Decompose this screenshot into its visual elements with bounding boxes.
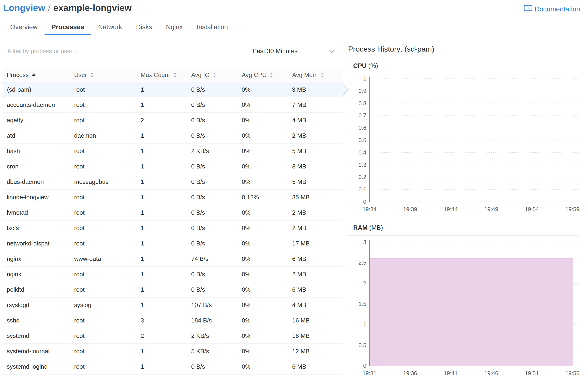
- svg-text:0.4: 0.4: [358, 149, 366, 156]
- cell-user: root: [70, 317, 137, 324]
- cell-avg_mem: 4 MB: [288, 301, 343, 309]
- column-label: Avg Mem: [292, 71, 318, 79]
- cell-user: root: [70, 148, 137, 155]
- table-row[interactable]: sshdroot3184 B/s0%16 MB: [3, 313, 343, 328]
- svg-text:19:36: 19:36: [403, 370, 417, 376]
- cell-avg_mem: 6 MB: [288, 363, 343, 370]
- table-row[interactable]: dbus-daemonmessagebus10 B/s0%5 MB: [3, 174, 343, 190]
- cell-process: lvmetad: [3, 209, 70, 216]
- table-row[interactable]: polkitdroot10 B/s0%6 MB: [3, 282, 343, 297]
- svg-text:0: 0: [363, 199, 366, 205]
- cell-process: systemd-journal: [3, 348, 70, 355]
- cell-user: root: [70, 240, 137, 247]
- svg-text:1.5: 1.5: [358, 301, 366, 307]
- table-row[interactable]: lxcfsroot10 B/s0%2 MB: [3, 220, 343, 236]
- selected-row-arrow: [337, 84, 348, 95]
- ram-chart-title-unit: (MB): [369, 224, 383, 231]
- column-header-process[interactable]: Process: [3, 68, 70, 82]
- cell-avg_cpu: 0%: [238, 163, 288, 170]
- cell-avg_mem: 35 MB: [288, 194, 343, 201]
- cell-avg_io: 0 B/s: [187, 224, 238, 232]
- table-row[interactable]: atddaemon10 B/s0%2 MB: [3, 128, 343, 144]
- cell-avg_cpu: 0.12%: [238, 194, 288, 201]
- cell-avg_io: 2 KB/s: [187, 332, 238, 339]
- cell-avg_cpu: 0%: [238, 101, 288, 108]
- cell-avg_mem: 3 MB: [288, 163, 343, 170]
- tab-overview[interactable]: Overview: [3, 20, 45, 35]
- tab-processes[interactable]: Processes: [45, 20, 91, 35]
- time-range-select[interactable]: Past 30 Minutes: [247, 44, 340, 58]
- table-row[interactable]: linode-longviewroot10 B/s0.12%35 MB: [3, 190, 343, 205]
- tab-network[interactable]: Network: [91, 20, 129, 35]
- cell-avg_mem: 2 MB: [288, 224, 343, 232]
- table-row[interactable]: accounts-daemonroot10 B/s0%7 MB: [3, 97, 343, 113]
- tab-bar: OverviewProcessesNetworkDisksNginxInstal…: [3, 20, 235, 35]
- cell-process: nginx: [3, 255, 70, 262]
- table-row[interactable]: bashroot12 KB/s0%5 MB: [3, 144, 343, 159]
- column-header-avg-cpu[interactable]: Avg CPU: [238, 68, 288, 82]
- table-row[interactable]: systemd-journalroot15 KB/s0%12 MB: [3, 344, 343, 359]
- svg-text:0.1: 0.1: [358, 186, 366, 192]
- cell-avg_cpu: 0%: [238, 271, 288, 278]
- documentation-link[interactable]: Documentation: [524, 5, 580, 14]
- svg-text:19:54: 19:54: [525, 206, 539, 212]
- svg-text:19:31: 19:31: [363, 370, 377, 376]
- svg-text:0.2: 0.2: [358, 174, 366, 180]
- cell-avg_cpu: 0%: [238, 117, 288, 124]
- cell-user: root: [70, 117, 137, 124]
- breadcrumb-longview-link[interactable]: Longview: [3, 3, 45, 13]
- svg-text:2: 2: [363, 280, 366, 286]
- column-header-max-count[interactable]: Max Count: [137, 68, 187, 82]
- cell-max_count: 1: [137, 301, 187, 309]
- cell-max_count: 1: [137, 224, 187, 232]
- column-header-user[interactable]: User: [70, 68, 137, 82]
- process-filter-input[interactable]: [3, 44, 141, 58]
- cell-user: root: [70, 101, 137, 108]
- cell-avg_io: 0 B/s: [187, 286, 238, 293]
- cell-process: linode-longview: [3, 194, 70, 201]
- ram-chart-title: RAM (MB): [353, 224, 579, 233]
- table-row[interactable]: systemd-logindroot10 B/s0%6 MB: [3, 359, 343, 375]
- sort-asc-icon: [32, 73, 36, 76]
- cell-process: lxcfs: [3, 224, 70, 232]
- breadcrumb-separator: /: [48, 3, 51, 13]
- cell-max_count: 3: [137, 317, 187, 324]
- cell-max_count: 1: [137, 255, 187, 262]
- table-row[interactable]: (sd-pam)root10 B/s0%3 MB: [3, 82, 343, 97]
- column-header-avg-io[interactable]: Avg IO: [187, 68, 238, 82]
- tab-installation[interactable]: Installation: [190, 20, 235, 35]
- cell-avg_io: 0 B/s: [187, 271, 238, 278]
- column-label: Process: [7, 71, 29, 79]
- cell-avg_cpu: 0%: [238, 317, 288, 324]
- process-history-panel: Process History: (sd-pam) CPU (%) 00.10.…: [348, 43, 579, 378]
- cell-avg_cpu: 0%: [238, 209, 288, 216]
- cell-avg_cpu: 0%: [238, 178, 288, 186]
- svg-text:19:49: 19:49: [484, 206, 498, 212]
- column-label: Max Count: [141, 71, 170, 79]
- cell-user: www-data: [70, 255, 137, 262]
- cell-avg_cpu: 0%: [238, 348, 288, 355]
- svg-text:0.6: 0.6: [358, 125, 366, 131]
- tab-nginx[interactable]: Nginx: [159, 20, 190, 35]
- table-row[interactable]: agettyroot20 B/s0%4 MB: [3, 113, 343, 128]
- table-row[interactable]: rsyslogdsyslog1107 B/s0%4 MB: [3, 297, 343, 313]
- column-label: User: [74, 71, 87, 79]
- svg-text:19:46: 19:46: [484, 370, 498, 376]
- column-header-avg-mem[interactable]: Avg Mem: [288, 68, 343, 82]
- sort-icon: [90, 73, 93, 78]
- table-row[interactable]: systemdroot22 KB/s0%16 MB: [3, 328, 343, 344]
- table-row[interactable]: lvmetadroot10 B/s0%2 MB: [3, 205, 343, 220]
- table-row[interactable]: nginxroot10 B/s0%2 MB: [3, 267, 343, 282]
- cell-avg_io: 5 KB/s: [187, 348, 238, 355]
- svg-text:19:34: 19:34: [363, 206, 377, 212]
- cell-user: root: [70, 194, 137, 201]
- table-row[interactable]: networkd-dispatroot10 B/s0%17 MB: [3, 236, 343, 251]
- table-row[interactable]: cronroot10 B/s0%3 MB: [3, 159, 343, 174]
- cell-process: atd: [3, 132, 70, 139]
- tab-disks[interactable]: Disks: [129, 20, 159, 35]
- cell-process: dbus-daemon: [3, 178, 70, 186]
- cell-process: agetty: [3, 117, 70, 124]
- table-row[interactable]: nginxwww-data174 B/s0%6 MB: [3, 251, 343, 267]
- cell-max_count: 2: [137, 332, 187, 339]
- cell-user: messagebus: [70, 178, 137, 186]
